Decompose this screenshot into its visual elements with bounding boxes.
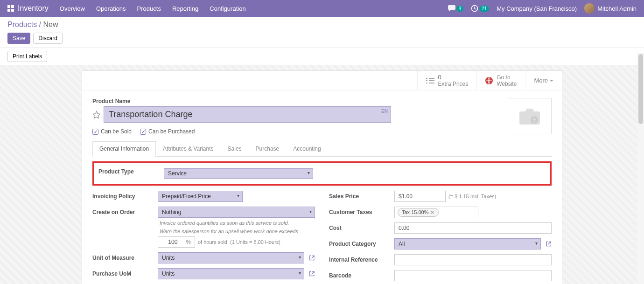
messaging-button[interactable]: 8 bbox=[448, 5, 464, 12]
favorite-star-icon[interactable] bbox=[92, 111, 101, 119]
svg-rect-2 bbox=[7, 9, 10, 12]
activities-badge: 21 bbox=[479, 6, 489, 12]
secondary-toolbar: Print Labels bbox=[0, 48, 644, 65]
invoicing-help-text: Invoice ordered quantities as soon as th… bbox=[160, 220, 315, 226]
nav-configuration[interactable]: Configuration bbox=[210, 5, 245, 12]
internal-ref-label: Internal Reference bbox=[329, 256, 394, 263]
external-link-icon[interactable] bbox=[309, 255, 315, 261]
extra-prices-label: Extra Prices bbox=[438, 81, 469, 87]
tabs-bar: General Information Attributes & Variant… bbox=[92, 141, 552, 157]
uom-select[interactable]: Units▾ bbox=[158, 252, 304, 263]
chat-icon bbox=[448, 5, 455, 12]
cost-label: Cost bbox=[329, 225, 394, 231]
barcode-input[interactable] bbox=[394, 270, 552, 281]
nav-overview[interactable]: Overview bbox=[60, 5, 85, 12]
company-selector[interactable]: My Company (San Francisco) bbox=[497, 5, 577, 12]
more-button[interactable]: More bbox=[525, 71, 562, 90]
sales-price-label: Sales Price bbox=[329, 193, 394, 200]
go-to-website-button[interactable]: Go to Website bbox=[476, 71, 525, 90]
uom-label: Unit of Measure bbox=[92, 255, 158, 261]
extra-prices-value: 0 bbox=[438, 74, 469, 81]
chat-badge: 8 bbox=[456, 6, 464, 12]
breadcrumb-current: New bbox=[43, 21, 58, 28]
external-link-icon[interactable] bbox=[309, 270, 315, 277]
product-type-highlight: Product Type Service bbox=[92, 161, 552, 186]
tab-accounting[interactable]: Accounting bbox=[286, 141, 328, 156]
close-icon[interactable]: ✕ bbox=[430, 209, 434, 215]
website-label-1: Go to bbox=[497, 74, 517, 81]
create-on-order-label: Create on Order bbox=[92, 209, 158, 215]
product-category-label: Product Category bbox=[329, 241, 394, 247]
tab-purchase[interactable]: Purchase bbox=[249, 141, 287, 156]
sales-price-input[interactable]: $1.00 bbox=[394, 191, 446, 202]
list-icon bbox=[426, 77, 434, 84]
barcode-label: Barcode bbox=[329, 272, 394, 279]
product-image-placeholder[interactable] bbox=[508, 98, 552, 134]
customer-taxes-label: Customer Taxes bbox=[329, 209, 394, 215]
cost-input[interactable]: 0.00 bbox=[394, 222, 552, 234]
product-name-label: Product Name bbox=[92, 98, 391, 104]
form-background: 0 Extra Prices Go to Website More Produc… bbox=[0, 65, 644, 284]
invoicing-policy-select[interactable]: Prepaid/Fixed Price▾ bbox=[158, 191, 243, 202]
product-name-input[interactable]: Transportation Charge EN bbox=[104, 106, 391, 123]
extra-prices-button[interactable]: 0 Extra Prices bbox=[417, 71, 477, 90]
breadcrumb: Products / New bbox=[7, 21, 637, 29]
check-icon bbox=[92, 129, 98, 135]
breadcrumb-products[interactable]: Products bbox=[7, 21, 37, 28]
activities-button[interactable]: 21 bbox=[471, 5, 489, 12]
scroll-thumb[interactable] bbox=[638, 54, 643, 124]
tax-tag: Tax 15.00%✕ bbox=[398, 208, 439, 217]
globe-icon bbox=[485, 77, 493, 84]
create-on-order-select[interactable]: Nothing▾ bbox=[158, 207, 315, 218]
product-type-label: Product Type bbox=[98, 168, 164, 179]
check-icon bbox=[140, 129, 146, 135]
tab-general[interactable]: General Information bbox=[92, 141, 156, 157]
website-label-2: Website bbox=[497, 81, 517, 87]
svg-rect-3 bbox=[11, 9, 14, 12]
tab-attributes[interactable]: Attributes & Variants bbox=[156, 141, 221, 156]
internal-ref-input[interactable] bbox=[394, 254, 552, 265]
chevron-down-icon bbox=[550, 79, 553, 83]
hours-percent-input[interactable]: 100% bbox=[158, 236, 195, 248]
nav-reporting[interactable]: Reporting bbox=[172, 5, 198, 12]
camera-icon bbox=[518, 107, 541, 125]
external-link-icon[interactable] bbox=[546, 241, 552, 247]
control-panel: Products / New Save Discard bbox=[0, 17, 644, 48]
purchase-uom-select[interactable]: Units▾ bbox=[158, 268, 304, 279]
product-category-select[interactable]: All▾ bbox=[394, 238, 541, 249]
nav-operations[interactable]: Operations bbox=[96, 5, 126, 12]
customer-taxes-input[interactable]: Tax 15.00%✕ bbox=[394, 207, 478, 218]
product-type-select[interactable]: Service bbox=[164, 168, 313, 179]
avatar bbox=[584, 3, 595, 14]
form-sheet: 0 Extra Prices Go to Website More Produc… bbox=[82, 70, 562, 284]
purchase-uom-label: Purchase UoM bbox=[92, 270, 158, 277]
app-name: Inventory bbox=[18, 4, 49, 13]
invoicing-policy-label: Invoicing Policy bbox=[92, 193, 158, 200]
tab-sales[interactable]: Sales bbox=[221, 141, 249, 156]
clock-icon bbox=[471, 5, 478, 12]
upsell-help-text: Warn the salesperson for an upsell when … bbox=[160, 229, 315, 234]
can-be-purchased-checkbox[interactable]: Can be Purchased bbox=[140, 128, 195, 135]
app-switcher[interactable]: Inventory bbox=[7, 4, 49, 13]
print-labels-button[interactable]: Print Labels bbox=[7, 51, 47, 62]
can-be-sold-checkbox[interactable]: Can be Sold bbox=[92, 128, 132, 135]
svg-rect-0 bbox=[7, 5, 10, 8]
sales-price-note: (= $ 1.15 Incl. Taxes) bbox=[448, 194, 496, 199]
top-navbar: Inventory Overview Operations Products R… bbox=[0, 0, 644, 17]
translate-button[interactable]: EN bbox=[381, 109, 388, 114]
scrollbar[interactable] bbox=[637, 53, 644, 284]
hours-suffix: of hours sold. (1 Units = 8.00 Hours) bbox=[198, 239, 280, 245]
svg-rect-1 bbox=[11, 5, 14, 8]
apps-icon bbox=[7, 5, 14, 12]
nav-products[interactable]: Products bbox=[137, 5, 161, 12]
discard-button[interactable]: Discard bbox=[33, 33, 63, 44]
save-button[interactable]: Save bbox=[7, 33, 30, 44]
more-label: More bbox=[534, 77, 548, 84]
user-menu[interactable]: Mitchell Admin bbox=[597, 5, 637, 12]
